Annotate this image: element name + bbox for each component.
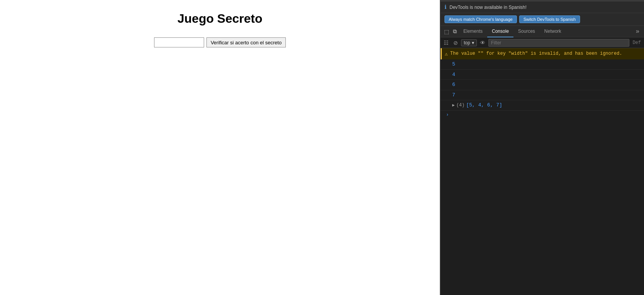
no-errors-icon[interactable]: ⊘ (452, 39, 460, 47)
console-log-6: 6 (441, 80, 644, 90)
console-sidebar-icon[interactable]: ☷ (442, 39, 450, 47)
console-log-5: 5 (441, 59, 644, 70)
console-warning: ⚠ The value "" for key "width" is invali… (441, 48, 644, 59)
context-selector[interactable]: top ▾ (461, 39, 477, 46)
device-toggle-icon[interactable]: ⧉ (451, 27, 459, 36)
more-tabs-icon[interactable]: » (632, 28, 642, 35)
verify-button[interactable]: Verificar si acerto con el secreto (206, 37, 286, 47)
lang-buttons: Always match Chrome's language Switch De… (441, 13, 644, 26)
def-label: Def (631, 40, 642, 46)
dropdown-arrow-icon: ▾ (472, 40, 474, 46)
devtools-notification: ℹ DevTools is now available in Spanish! (441, 2, 644, 13)
always-match-button[interactable]: Always match Chrome's language (444, 15, 517, 23)
page-title: Juego Secreto (178, 12, 263, 26)
expand-array-icon[interactable]: ▶ (452, 102, 455, 109)
prompt-arrow-icon: › (446, 112, 449, 118)
console-log-4: 4 (441, 70, 644, 80)
info-icon: ℹ (444, 4, 446, 10)
warning-icon: ⚠ (445, 51, 448, 57)
array-count: (4) (456, 102, 465, 109)
tab-sources[interactable]: Sources (513, 26, 540, 37)
switch-devtools-button[interactable]: Switch DevTools to Spanish (519, 15, 580, 23)
array-content: [5, 4, 6, 7] (466, 101, 502, 109)
warning-text: The value "" for key "width" is invalid,… (450, 51, 622, 57)
inspect-element-icon[interactable]: ⬚ (442, 27, 451, 36)
console-prompt: › (441, 111, 644, 119)
tab-network[interactable]: Network (540, 26, 566, 37)
console-array-line: ▶ (4) [5, 4, 6, 7] (441, 100, 644, 111)
input-row: Verificar si acerto con el secreto (154, 37, 286, 47)
eye-icon[interactable]: 👁 (478, 39, 487, 47)
console-toolbar: ☷ ⊘ top ▾ 👁 Def (441, 37, 644, 48)
main-page: Juego Secreto Verificar si acerto con el… (0, 0, 440, 295)
secret-input[interactable] (154, 37, 204, 47)
top-label: top (464, 40, 470, 46)
console-log-7: 7 (441, 90, 644, 101)
tab-console[interactable]: Console (487, 26, 513, 37)
devtools-tabs: ⬚ ⧉ Elements Console Sources Network » (441, 26, 644, 37)
console-output: ⚠ The value "" for key "width" is invali… (441, 48, 644, 295)
filter-input[interactable] (488, 39, 630, 47)
devtools-panel: ℹ DevTools is now available in Spanish! … (440, 0, 644, 295)
notification-text: DevTools is now available in Spanish! (449, 5, 640, 10)
tab-elements[interactable]: Elements (459, 26, 487, 37)
